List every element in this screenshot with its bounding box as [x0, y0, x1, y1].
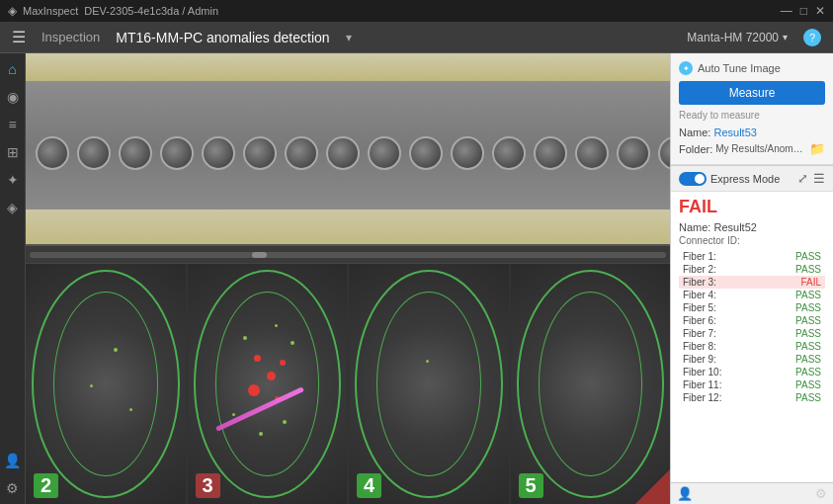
fiber-thumb-2[interactable]: 2 [26, 264, 188, 504]
result-name-label: Name: [679, 221, 710, 233]
fiber-thumb-3[interactable]: 3 [188, 264, 350, 504]
fiber-3-green-dot-3 [232, 413, 235, 416]
express-mode-label: Express Mode [710, 173, 780, 185]
fiber-thumb-4-number: 4 [357, 473, 381, 498]
auto-tune-label: Auto Tune Image [698, 62, 781, 74]
sidebar-item-inspect[interactable]: ◉ [3, 87, 23, 107]
result-name-value: Result52 [713, 221, 756, 233]
fiber-circle-10 [409, 136, 443, 170]
express-content: FAIL Name: Result52 Connector ID: Fiber … [671, 192, 833, 409]
scroll-area[interactable] [26, 246, 670, 264]
app-logo-icon: ◈ [8, 4, 17, 18]
sidebar: ⌂ ◉ ≡ ⊞ ✦ ◈ 👤 ⚙ [0, 53, 26, 504]
maximize-button[interactable]: □ [800, 4, 807, 18]
bottom-band [26, 210, 670, 244]
fiber-circle-4 [160, 136, 194, 170]
toggle-thumb [695, 174, 705, 184]
fiber-circle-16 [658, 136, 670, 170]
app-name: MaxInspect [23, 5, 78, 17]
fiber-result-row-6: Fiber 6:PASS [679, 314, 825, 327]
camera-selector[interactable]: Manta-HM 72000 ▾ [687, 31, 788, 44]
fiber-status-2: PASS [795, 264, 821, 275]
fiber-result-row-4: Fiber 4:PASS [679, 289, 825, 301]
auto-tune-row: ✦ Auto Tune Image [679, 61, 825, 75]
sidebar-item-home[interactable]: ⌂ [3, 59, 23, 79]
fiber-status-10: PASS [795, 367, 821, 378]
fiber-status-12: PASS [795, 392, 821, 403]
fiber-id-8: Fiber 8: [683, 341, 716, 352]
fiber-id-5: Fiber 5: [683, 302, 716, 313]
fiber-circle-8 [326, 136, 360, 170]
section-title: Inspection [42, 30, 100, 44]
name-field: Name: Result53 [679, 126, 825, 138]
fiber-2-dot-2 [90, 384, 93, 387]
fiber-thumb-3-number: 3 [196, 473, 220, 498]
fiber-4-dot-1 [426, 360, 429, 363]
fiber-result-row-11: Fiber 11:PASS [679, 378, 825, 391]
name-value: Result53 [713, 126, 756, 138]
fiber-thumb-4[interactable]: 4 [349, 264, 511, 504]
user-icon[interactable]: 👤 [677, 486, 693, 501]
fiber-circle-2 [77, 136, 111, 170]
settings-bottom-icon[interactable]: ⚙ [815, 486, 827, 501]
fiber-result-row-7: Fiber 7:PASS [679, 327, 825, 340]
fiber-circle-13 [534, 136, 567, 170]
express-expand-icon[interactable]: ⤢ [797, 171, 808, 186]
status-bar: 👤 ⚙ [671, 482, 833, 504]
minimize-button[interactable]: — [781, 4, 792, 18]
fiber-circle-15 [617, 136, 650, 170]
right-panel-top: ✦ Auto Tune Image Measure Ready to measu… [671, 53, 833, 165]
express-toggle-container: Express Mode [679, 172, 780, 186]
right-panel: ✦ Auto Tune Image Measure Ready to measu… [670, 53, 833, 504]
ready-text: Ready to measure [679, 110, 825, 121]
sidebar-item-list[interactable]: ≡ [3, 115, 23, 134]
folder-field: Folder: My Results/Anomalies detection m… [679, 141, 825, 156]
fiber-results-list: Fiber 1:PASSFiber 2:PASSFiber 3:FAILFibe… [679, 250, 825, 404]
fiber-circle-5 [202, 136, 235, 170]
header-dropdown-arrow[interactable]: ▾ [346, 31, 352, 44]
camera-model: Manta-HM 72000 [687, 31, 779, 44]
fiber-status-6: PASS [795, 315, 821, 326]
fiber-2-dot-1 [114, 348, 118, 352]
titlebar-left: ◈ MaxInspect DEV-2305-4e1c3da / Admin [8, 4, 218, 18]
sidebar-item-grid[interactable]: ⊞ [3, 142, 23, 162]
measure-button[interactable]: Measure [679, 81, 825, 105]
fiber-circle-7 [285, 136, 318, 170]
close-button[interactable]: ✕ [815, 4, 825, 18]
fiber-id-2: Fiber 2: [683, 264, 716, 275]
fiber-result-row-10: Fiber 10:PASS [679, 366, 825, 378]
help-icon[interactable]: ? [803, 29, 821, 46]
fiber-id-1: Fiber 1: [683, 251, 716, 262]
express-header: Express Mode ⤢ ☰ [671, 166, 833, 192]
fiber-id-12: Fiber 12: [683, 392, 721, 403]
fiber-circle-14 [575, 136, 609, 170]
header-title: MT16-MM-PC anomalies detection [116, 30, 329, 45]
content-area: 2 [26, 53, 670, 504]
scroll-track[interactable] [30, 252, 666, 258]
fiber-3-inner-ring [215, 292, 320, 476]
fiber-thumb-3-inner: 3 [188, 264, 348, 504]
sidebar-item-users[interactable]: 👤 [3, 451, 23, 470]
folder-label: Folder: [679, 143, 712, 155]
fiber-row [26, 81, 670, 224]
fiber-status-7: PASS [795, 328, 821, 339]
fiber-id-7: Fiber 7: [683, 328, 716, 339]
fiber-result-row-1: Fiber 1:PASS [679, 250, 825, 263]
fiber-thumbnails: 2 [26, 264, 670, 504]
sidebar-item-tool[interactable]: ◈ [3, 198, 23, 217]
express-panel: Express Mode ⤢ ☰ FAIL Name: Result52 Con… [671, 165, 833, 482]
express-mode-toggle[interactable] [679, 172, 707, 186]
menu-icon[interactable]: ☰ [12, 28, 26, 46]
express-menu-icon[interactable]: ☰ [813, 171, 825, 186]
header: ☰ Inspection MT16-MM-PC anomalies detect… [0, 22, 833, 53]
fiber-status-1: PASS [795, 251, 821, 262]
sidebar-item-star[interactable]: ✦ [3, 170, 23, 190]
auto-tune-icon: ✦ [679, 61, 693, 75]
fiber-thumb-5[interactable]: 5 [511, 264, 671, 504]
fiber-4-inner-ring [376, 292, 481, 476]
scroll-thumb[interactable] [252, 252, 267, 258]
sidebar-item-settings[interactable]: ⚙ [3, 478, 23, 498]
fiber-id-6: Fiber 6: [683, 315, 716, 326]
fiber-thumb-2-inner: 2 [26, 264, 186, 504]
folder-open-icon[interactable]: 📁 [809, 141, 825, 156]
